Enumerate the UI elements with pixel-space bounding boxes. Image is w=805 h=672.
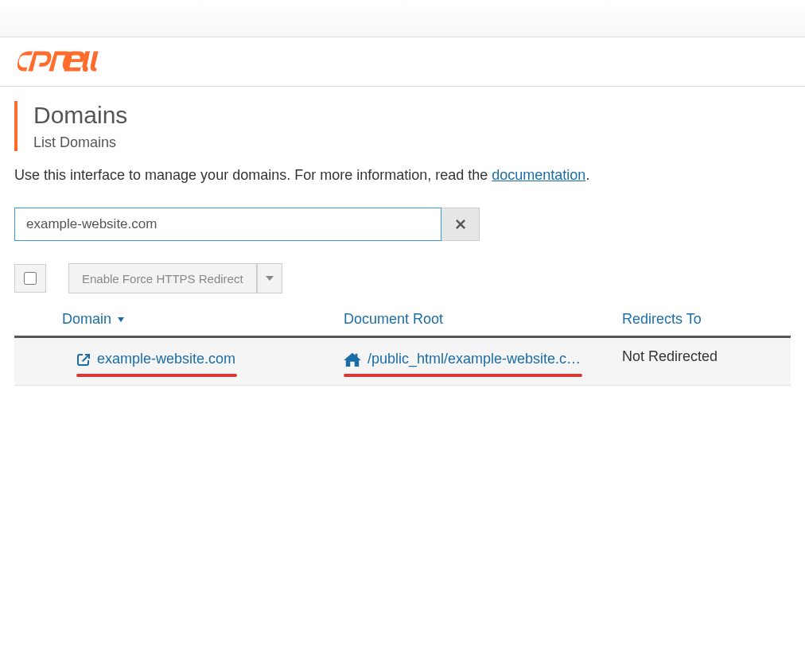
- search-bar: [14, 208, 791, 241]
- page-description: Use this interface to manage your domain…: [14, 165, 791, 185]
- annotation-underline: [76, 374, 237, 377]
- search-input[interactable]: [14, 208, 441, 241]
- caret-down-icon: [266, 276, 274, 281]
- redirect-cell: Not Redirected: [622, 348, 791, 365]
- docroot-cell[interactable]: /public_html/example-website.c…: [344, 351, 622, 367]
- sort-asc-icon: [116, 315, 126, 324]
- app-header: [0, 37, 805, 87]
- documentation-link[interactable]: documentation: [492, 167, 585, 183]
- th-domain-label: Domain: [62, 311, 111, 328]
- th-docroot[interactable]: Document Root: [344, 311, 622, 328]
- browser-chrome: [0, 0, 805, 37]
- title-accent-bar: [14, 101, 18, 151]
- desc-after: .: [585, 167, 589, 183]
- clear-search-button[interactable]: [441, 208, 480, 241]
- table-row: example-website.com /public_html/example…: [14, 338, 791, 386]
- desc-before: Use this interface to manage your domain…: [14, 167, 492, 183]
- bulk-action-row: Enable Force HTTPS Redirect: [14, 263, 791, 293]
- docroot-path: /public_html/example-website.c…: [368, 351, 581, 367]
- th-redirects[interactable]: Redirects To: [622, 311, 791, 328]
- domain-name: example-website.com: [97, 351, 235, 367]
- domain-cell[interactable]: example-website.com: [62, 351, 344, 367]
- page-subtitle: List Domains: [33, 134, 127, 151]
- cpanel-logo-icon: [18, 51, 109, 73]
- select-all-checkbox[interactable]: [24, 272, 37, 285]
- th-domain[interactable]: Domain: [62, 311, 344, 328]
- https-button-group: Enable Force HTTPS Redirect: [68, 263, 282, 293]
- select-all-wrapper[interactable]: [14, 264, 46, 293]
- page-title: Domains: [33, 101, 127, 130]
- th-checkbox: [14, 311, 62, 328]
- https-dropdown-toggle[interactable]: [257, 263, 282, 293]
- enable-https-button[interactable]: Enable Force HTTPS Redirect: [68, 263, 257, 293]
- domains-table: Domain Document Root Redirects To exampl…: [14, 303, 791, 386]
- page-heading: Domains List Domains: [14, 101, 791, 151]
- svg-point-1: [83, 66, 88, 72]
- close-icon: [455, 219, 466, 230]
- annotation-underline: [344, 374, 582, 377]
- external-link-icon: [76, 352, 91, 367]
- home-icon: [344, 352, 361, 367]
- table-header-row: Domain Document Root Redirects To: [14, 303, 791, 338]
